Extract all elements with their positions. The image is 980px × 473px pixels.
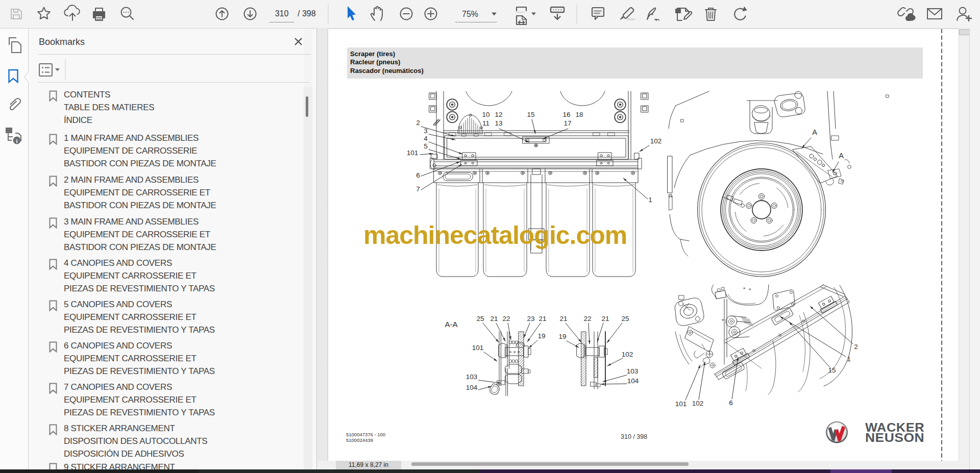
svg-text:1: 1 [648, 196, 652, 204]
svg-text:101: 101 [675, 400, 687, 408]
svg-text:15: 15 [527, 111, 534, 118]
svg-text:25: 25 [621, 315, 629, 322]
svg-text:19: 19 [558, 333, 566, 340]
svg-text:102: 102 [622, 351, 633, 358]
svg-text:13: 13 [495, 119, 502, 127]
svg-text:1: 1 [847, 355, 851, 363]
svg-text:103: 103 [466, 373, 478, 381]
svg-text:12: 12 [495, 111, 502, 118]
svg-text:103: 103 [627, 367, 639, 375]
svg-text:101: 101 [407, 149, 419, 157]
svg-text:4: 4 [424, 135, 428, 142]
svg-text:17: 17 [564, 119, 571, 127]
svg-text:2: 2 [416, 119, 420, 127]
svg-text:18: 18 [575, 111, 583, 118]
svg-text:15: 15 [828, 366, 836, 374]
svg-text:A-A: A-A [445, 320, 457, 329]
svg-text:102: 102 [692, 400, 704, 407]
svg-text:16: 16 [562, 111, 570, 118]
svg-text:19: 19 [537, 332, 545, 340]
svg-text:25: 25 [476, 315, 484, 322]
svg-text:22: 22 [502, 315, 510, 322]
svg-text:22: 22 [583, 315, 591, 322]
svg-text:7: 7 [416, 185, 420, 193]
svg-text:310: 310 [275, 9, 289, 18]
svg-text:6: 6 [729, 399, 733, 407]
svg-text:2: 2 [854, 343, 858, 351]
svg-text:6: 6 [416, 171, 420, 179]
svg-text:A: A [812, 128, 817, 136]
svg-text:A: A [839, 152, 844, 160]
svg-text:Bookmarks: Bookmarks [39, 37, 85, 47]
svg-text:21: 21 [559, 315, 567, 322]
svg-text:21: 21 [538, 315, 546, 322]
svg-text:10: 10 [482, 111, 489, 118]
svg-text:102: 102 [650, 137, 662, 145]
svg-text:i: i [16, 138, 17, 144]
svg-text:101: 101 [472, 344, 484, 352]
svg-text:104: 104 [627, 377, 639, 385]
svg-text:5: 5 [424, 142, 428, 150]
svg-text:21: 21 [601, 315, 609, 322]
svg-text:21: 21 [490, 315, 498, 322]
svg-text:23: 23 [527, 315, 534, 322]
svg-text:/ 398: / 398 [298, 9, 316, 18]
svg-text:11: 11 [482, 119, 489, 127]
svg-text:104: 104 [466, 384, 478, 391]
svg-text:75%: 75% [462, 10, 478, 18]
